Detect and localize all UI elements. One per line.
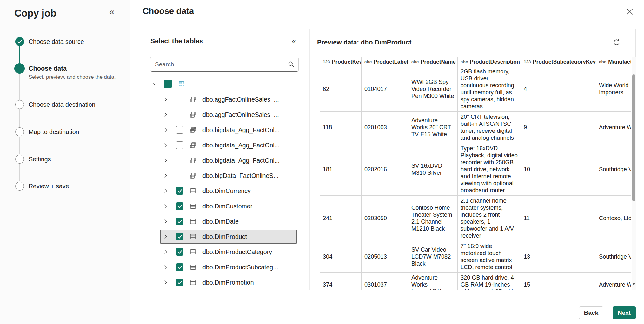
table-checkbox[interactable] (176, 263, 183, 271)
column-header[interactable]: abcProductName (408, 57, 458, 66)
step-map-to-destination[interactable]: Map to destination (15, 127, 79, 136)
chevron-right-icon[interactable] (162, 126, 169, 133)
table-checkbox[interactable] (176, 248, 183, 256)
table-checkbox[interactable] (176, 111, 183, 118)
column-name: ProductDescription (470, 58, 520, 65)
column-header[interactable]: abcProductLabel (362, 57, 408, 66)
chevron-right-icon[interactable] (162, 248, 169, 255)
dialog-title: Copy job (14, 8, 56, 19)
wizard-sidebar: Copy job « Choose data source Choose dat… (0, 0, 130, 324)
table-icon (189, 248, 196, 255)
chevron-right-icon[interactable] (162, 142, 169, 149)
table-cell: Wide World Importers (596, 66, 631, 112)
preview-panel: Preview data: dbo.DimProduct 123ProductK… (309, 29, 635, 290)
table-tree-item[interactable]: dbo.DimDate (142, 214, 309, 229)
chevron-right-icon[interactable] (162, 233, 169, 240)
chevron-right-icon[interactable] (162, 203, 169, 210)
next-button[interactable]: Next (613, 306, 636, 319)
table-tree-item[interactable]: dbo.DimProductCategory (142, 244, 309, 260)
step-connector (19, 109, 20, 127)
refresh-button[interactable] (611, 37, 622, 48)
back-button[interactable]: Back (579, 306, 603, 319)
table-cell: 0301037 (362, 273, 408, 290)
column-type-icon: abc (461, 58, 468, 65)
schema-table-icon (178, 80, 185, 87)
select-tables-panel: Select the tables « dbo.aggFactO (142, 29, 309, 290)
column-header[interactable]: abcManufacturer (596, 57, 631, 66)
table-tree-item[interactable]: dbo.DimPromotion (142, 275, 309, 290)
table-checkbox[interactable] (176, 157, 183, 164)
chevron-right-icon[interactable] (162, 218, 169, 225)
table-checkbox[interactable] (176, 202, 183, 210)
table-tree-item[interactable]: dbo.DimCustomer (142, 199, 309, 214)
sidebar-collapse-icon[interactable]: « (109, 6, 115, 17)
column-name: ProductSubcategoryKey (533, 58, 596, 65)
step-completed-check-icon (15, 37, 24, 46)
step-choose-data-source[interactable]: Choose data source (15, 37, 84, 46)
vertical-scrollbar[interactable] (632, 57, 636, 290)
select-all-checkbox[interactable] (164, 80, 172, 88)
table-tree-item[interactable]: dbo.bigdata_Agg_FactOnl... (142, 138, 309, 153)
table-tree-item[interactable]: dbo.bigData_FactOnlineS... (142, 168, 309, 183)
table-tree-item[interactable]: dbo.DimProduct (142, 229, 309, 244)
table-checkbox[interactable] (176, 279, 183, 286)
table-checkbox[interactable] (176, 218, 183, 225)
chevron-right-icon[interactable] (162, 157, 169, 164)
chevron-right-icon[interactable] (162, 111, 169, 118)
step-choose-data[interactable]: Choose data (14, 63, 67, 74)
table-cell: WWI 2GB Spy Video Recorder Pen M300 Whit… (408, 66, 458, 112)
step-label: Choose data (29, 65, 67, 72)
close-button[interactable] (623, 4, 637, 18)
table-cell: 304 (320, 241, 362, 273)
table-icon (189, 279, 196, 286)
step-choose-data-destination[interactable]: Choose data destination (15, 100, 95, 109)
column-type-icon: abc (364, 58, 372, 65)
scrollbar-thumb[interactable] (632, 74, 635, 201)
column-name: ProductKey (332, 58, 362, 65)
table-cell: 0104017 (362, 66, 408, 112)
table-checkbox[interactable] (176, 96, 183, 103)
table-cell: 9 (521, 112, 596, 143)
scroll-down-arrow-icon[interactable] (633, 283, 635, 286)
search-input[interactable] (150, 57, 299, 72)
table-row: 3740301037Adventure Works Laptop19W320 G… (320, 273, 631, 290)
table-tree-item[interactable]: dbo.bigdata_Agg_FactOnl... (142, 122, 309, 138)
table-tree-item[interactable]: dbo.aggFactOnlineSales_... (142, 92, 309, 107)
table-name: dbo.DimCustomer (202, 203, 252, 210)
table-row: 620104017WWI 2GB Spy Video Recorder Pen … (320, 66, 631, 112)
step-connector (19, 46, 20, 63)
search-icon (288, 61, 295, 69)
table-tree-item[interactable]: dbo.DimProductSubcateg... (142, 260, 309, 275)
table-cell: Southridge Video (596, 143, 631, 196)
table-tree-item[interactable]: dbo.aggFactOnlineSales_... (142, 107, 309, 122)
column-type-icon: abc (599, 58, 606, 65)
select-all-row[interactable] (142, 76, 309, 91)
table-checkbox[interactable] (176, 187, 183, 195)
chevron-right-icon[interactable] (162, 264, 169, 271)
table-checkbox[interactable] (176, 233, 183, 240)
column-header[interactable]: 123ProductSubcategoryKey (521, 57, 596, 66)
step-label: Review + save (29, 183, 69, 190)
step-review-save[interactable]: Review + save (15, 182, 69, 191)
chevron-right-icon[interactable] (162, 279, 169, 286)
column-header[interactable]: abcProductDescription (458, 57, 521, 66)
table-checkbox[interactable] (176, 172, 183, 179)
partition-table-icon (189, 126, 196, 133)
table-cell: 20" CRT television, built-in ATSC/NTSC t… (458, 112, 521, 143)
column-header[interactable]: 123ProductKey (320, 57, 362, 66)
tables-panel-collapse-icon[interactable]: « (292, 36, 296, 46)
table-checkbox[interactable] (176, 126, 183, 134)
table-name: dbo.DimPromotion (202, 279, 254, 286)
table-tree-item[interactable]: dbo.bigdata_Agg_FactOnl... (142, 153, 309, 168)
chevron-down-icon[interactable] (151, 80, 158, 87)
table-checkbox[interactable] (176, 141, 183, 149)
table-tree-item[interactable]: dbo.DimCurrency (142, 183, 309, 199)
step-label: Choose data source (29, 38, 84, 45)
choose-data-content: Select the tables « dbo.aggFactO (142, 29, 636, 290)
step-settings[interactable]: Settings (15, 155, 51, 164)
table-icon (189, 203, 196, 210)
table-name: dbo.aggFactOnlineSales_... (202, 111, 279, 118)
chevron-right-icon[interactable] (162, 187, 169, 194)
chevron-right-icon[interactable] (162, 172, 169, 179)
chevron-right-icon[interactable] (162, 96, 169, 103)
